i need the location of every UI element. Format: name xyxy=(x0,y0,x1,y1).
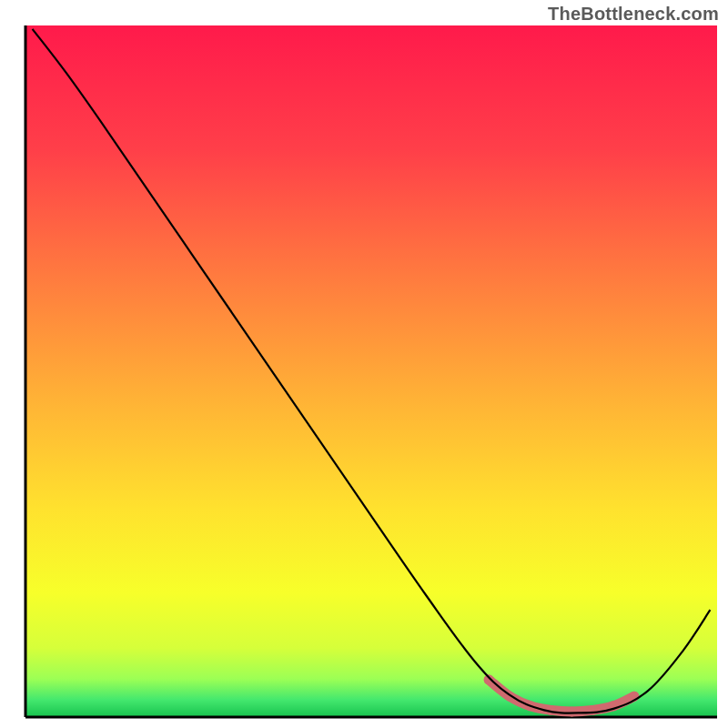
bottleneck-chart: TheBottleneck.com xyxy=(0,0,728,728)
plot-background xyxy=(25,25,717,717)
optimal-range-bead xyxy=(567,706,577,716)
plot-svg xyxy=(0,0,728,728)
watermark-text: TheBottleneck.com xyxy=(548,4,719,25)
